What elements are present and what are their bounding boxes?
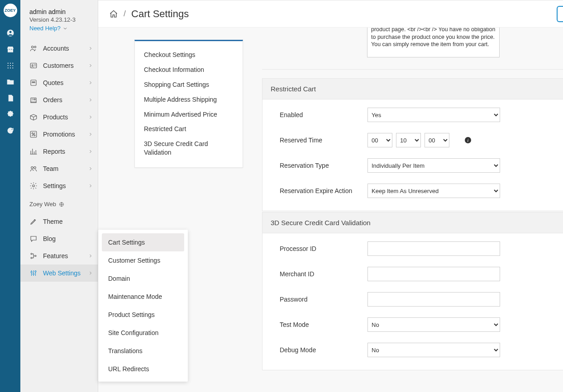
sidebar-item-settings[interactable]: Settings	[20, 177, 98, 194]
icon-rail: ZOEY	[0, 0, 20, 392]
puzzle-icon[interactable]	[6, 110, 14, 118]
select-time-mm[interactable]: 000510152025303540455055	[396, 133, 421, 147]
row-merchant-id: Merchant ID	[262, 261, 563, 287]
web-settings-flyout: Cart SettingsCustomer SettingsDomainMain…	[98, 230, 188, 382]
restricted-cart-panel-title: Restricted Cart	[262, 79, 563, 99]
svg-point-27	[31, 271, 32, 273]
nav-label: Customers	[43, 62, 74, 69]
sidebar-main-list: AccountsCustomersQuotesOrdersProductsPro…	[20, 40, 98, 194]
label-debug-mode: Debug Mode	[262, 346, 367, 354]
brand-logo[interactable]: ZOEY	[4, 4, 17, 17]
anchor-link-checkout-settings[interactable]: Checkout Settings	[144, 47, 234, 62]
sidebar-item-web-settings[interactable]: Web Settings	[20, 264, 98, 282]
user-name: admin admin	[29, 8, 91, 15]
sidebar-item-blog[interactable]: Blog	[20, 230, 98, 247]
select-time-ss[interactable]: 00153045	[425, 133, 449, 147]
select-reservation-type[interactable]: Individually Per ItemEntire Cart	[367, 158, 500, 173]
select-debug-mode[interactable]: NoYes	[367, 343, 500, 357]
svg-point-3	[10, 63, 10, 64]
sidebar-section-label: Zoey Web	[20, 194, 98, 210]
svg-point-12	[34, 46, 36, 48]
home-icon[interactable]	[109, 9, 118, 19]
svg-point-10	[12, 67, 13, 68]
sidebar-item-products[interactable]: Products	[20, 109, 98, 126]
sidebar-item-team[interactable]: Team	[20, 160, 98, 177]
svg-rect-15	[31, 80, 36, 85]
panels-column: Restricted Cart Enabled YesNo Reserved T…	[262, 28, 563, 392]
label-processor-id: Processor ID	[262, 245, 367, 252]
store-icon[interactable]	[6, 45, 14, 53]
chevron-down-icon	[62, 26, 68, 31]
select-time-hh[interactable]: 00010203040506070809101112	[367, 133, 392, 147]
map-message-textarea[interactable]	[367, 28, 500, 57]
svg-point-2	[7, 63, 8, 64]
row-reserved-time: Reserved Time 00010203040506070809101112…	[262, 128, 563, 153]
svg-point-29	[35, 271, 36, 272]
svg-point-24	[31, 253, 32, 255]
svg-point-18	[32, 132, 33, 134]
sidebar-item-quotes[interactable]: Quotes	[20, 74, 98, 91]
sidebar-item-reports[interactable]: Reports	[20, 143, 98, 160]
refresh-icon[interactable]	[6, 127, 14, 135]
sidebar-item-features[interactable]: Features	[20, 247, 98, 264]
svg-point-28	[33, 274, 34, 275]
sidebar-item-orders[interactable]: Orders	[20, 91, 98, 109]
flyout-item-maintenance-mode[interactable]: Maintenance Mode	[102, 288, 184, 306]
input-password[interactable]	[367, 292, 500, 307]
secure3d-panel-title: 3D Secure Credit Card Validation	[262, 213, 563, 233]
save-button-partial[interactable]	[557, 6, 563, 22]
flyout-item-domain[interactable]: Domain	[102, 269, 184, 288]
help-link[interactable]: Need Help?	[29, 25, 68, 32]
folder-icon[interactable]	[6, 78, 14, 86]
account-circle-icon[interactable]	[6, 29, 14, 37]
anchor-link-restricted-cart[interactable]: Restricted Cart	[144, 122, 234, 137]
flyout-item-customer-settings[interactable]: Customer Settings	[102, 251, 184, 269]
nav-label: Blog	[43, 235, 56, 242]
select-expire-action[interactable]: Keep Item As UnreservedRemove Item From …	[367, 184, 500, 198]
svg-point-22	[33, 185, 35, 187]
label-reservation-type: Reservation Type	[262, 162, 367, 169]
flyout-item-site-configuration[interactable]: Site Configuration	[102, 324, 184, 342]
breadcrumb-bar: / Cart Settings	[98, 0, 563, 28]
flyout-item-translations[interactable]: Translations	[102, 342, 184, 360]
panel-divider	[262, 69, 563, 70]
apps-grid-icon[interactable]	[6, 61, 14, 70]
sidebar-web-list: ThemeBlogFeaturesWeb Settings	[20, 213, 98, 282]
version-label: Version 4.23.12-3	[29, 16, 91, 23]
flyout-item-product-settings[interactable]: Product Settings	[102, 306, 184, 324]
sidebar-item-customers[interactable]: Customers	[20, 57, 98, 74]
nav-label: Products	[43, 113, 68, 121]
select-enabled[interactable]: YesNo	[367, 108, 500, 122]
anchor-link-minimum-advertised-price[interactable]: Minimum Advertised Price	[144, 107, 234, 122]
svg-point-5	[7, 65, 8, 66]
anchor-link-checkout-information[interactable]: Checkout Information	[144, 62, 234, 77]
anchor-nav-card: Checkout SettingsCheckout InformationSho…	[134, 40, 243, 168]
globe-icon	[59, 202, 64, 207]
sidebar-item-promotions[interactable]: Promotions	[20, 126, 98, 143]
info-icon[interactable]: i	[465, 137, 471, 143]
row-reservation-type: Reservation Type Individually Per ItemEn…	[262, 153, 563, 178]
row-debug-mode: Debug Mode NoYes	[262, 337, 563, 363]
file-icon[interactable]	[6, 94, 14, 102]
label-enabled: Enabled	[262, 111, 367, 118]
svg-point-19	[34, 135, 35, 136]
sidebar-item-accounts[interactable]: Accounts	[20, 40, 98, 57]
anchor-link-multiple-address-shipping[interactable]: Multiple Address Shipping	[144, 92, 234, 107]
nav-label: Accounts	[43, 45, 69, 52]
svg-point-1	[9, 31, 11, 33]
sidebar-item-theme[interactable]: Theme	[20, 213, 98, 230]
anchor-link-3d-secure-credit-card-validation[interactable]: 3D Secure Credit Card Validation	[144, 137, 234, 160]
svg-point-4	[12, 63, 13, 64]
flyout-item-cart-settings[interactable]: Cart Settings	[102, 233, 184, 251]
label-expire-action: Reservation Expire Action	[262, 187, 367, 194]
row-password: Password	[262, 287, 563, 312]
flyout-item-url-redirects[interactable]: URL Redirects	[102, 360, 184, 378]
input-merchant-id[interactable]	[367, 267, 500, 281]
svg-point-14	[32, 65, 33, 66]
input-processor-id[interactable]	[367, 241, 500, 256]
page-title: Cart Settings	[131, 8, 189, 20]
select-test-mode[interactable]: NoYes	[367, 317, 500, 332]
label-test-mode: Test Mode	[262, 321, 367, 328]
nav-label: Quotes	[43, 79, 63, 86]
anchor-link-shopping-cart-settings[interactable]: Shopping Cart Settings	[144, 77, 234, 92]
